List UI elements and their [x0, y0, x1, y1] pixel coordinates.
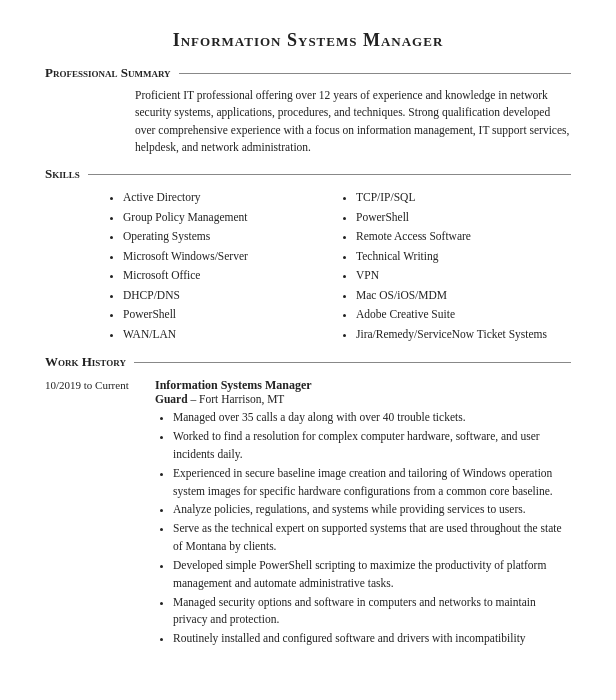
work-entry: 10/2019 to Current Information Systems M… [45, 378, 571, 649]
skills-left-list: Active Directory Group Policy Management… [105, 188, 338, 344]
list-item: PowerShell [356, 208, 571, 228]
list-item: DHCP/DNS [123, 286, 338, 306]
skills-right-column: TCP/IP/SQL PowerShell Remote Access Soft… [338, 188, 571, 344]
professional-summary-label: Professional Summary [45, 65, 171, 81]
work-history-header: Work History [45, 354, 571, 370]
resume-page: Information Systems Manager Professional… [0, 0, 616, 700]
company-name: Guard [155, 393, 188, 405]
list-item: PowerShell [123, 305, 338, 325]
list-item: Adobe Creative Suite [356, 305, 571, 325]
list-item: Managed security options and software in… [173, 594, 571, 630]
list-item: Microsoft Office [123, 266, 338, 286]
skills-left-column: Active Directory Group Policy Management… [105, 188, 338, 344]
work-history-line [134, 362, 571, 363]
list-item: Microsoft Windows/Server [123, 247, 338, 267]
list-item: Developed simple PowerShell scripting to… [173, 557, 571, 593]
work-company: Guard – Fort Harrison, MT [155, 393, 571, 405]
professional-summary-header: Professional Summary [45, 65, 571, 81]
list-item: Remote Access Software [356, 227, 571, 247]
list-item: Worked to find a resolution for complex … [173, 428, 571, 464]
list-item: Operating Systems [123, 227, 338, 247]
list-item: Serve as the technical expert on support… [173, 520, 571, 556]
list-item: Routinely installed and configured softw… [173, 630, 571, 648]
skills-right-list: TCP/IP/SQL PowerShell Remote Access Soft… [338, 188, 571, 344]
list-item: Mac OS/iOS/MDM [356, 286, 571, 306]
work-details: Information Systems Manager Guard – Fort… [155, 378, 571, 649]
work-history-label: Work History [45, 354, 126, 370]
professional-summary-text: Proficient IT professional offering over… [135, 87, 571, 156]
work-title: Information Systems Manager [155, 378, 571, 393]
list-item: Active Directory [123, 188, 338, 208]
skills-line [88, 174, 571, 175]
work-dates: 10/2019 to Current [45, 378, 155, 649]
company-location: Fort Harrison, MT [199, 393, 284, 405]
company-separator: – [190, 393, 199, 405]
skills-columns: Active Directory Group Policy Management… [105, 188, 571, 344]
list-item: TCP/IP/SQL [356, 188, 571, 208]
list-item: Experienced in secure baseline image cre… [173, 465, 571, 501]
professional-summary-line [179, 73, 571, 74]
page-title: Information Systems Manager [45, 30, 571, 51]
list-item: Managed over 35 calls a day along with o… [173, 409, 571, 427]
list-item: Jira/Remedy/ServiceNow Ticket Systems [356, 325, 571, 345]
list-item: Analyze policies, regulations, and syste… [173, 501, 571, 519]
list-item: Technical Writing [356, 247, 571, 267]
work-bullets-list: Managed over 35 calls a day along with o… [155, 409, 571, 648]
skills-section: Skills Active Directory Group Policy Man… [45, 166, 571, 344]
list-item: WAN/LAN [123, 325, 338, 345]
skills-label: Skills [45, 166, 80, 182]
work-history-section: Work History 10/2019 to Current Informat… [45, 354, 571, 649]
list-item: Group Policy Management [123, 208, 338, 228]
work-dates-text: 10/2019 to Current [45, 379, 129, 391]
list-item: VPN [356, 266, 571, 286]
skills-header: Skills [45, 166, 571, 182]
